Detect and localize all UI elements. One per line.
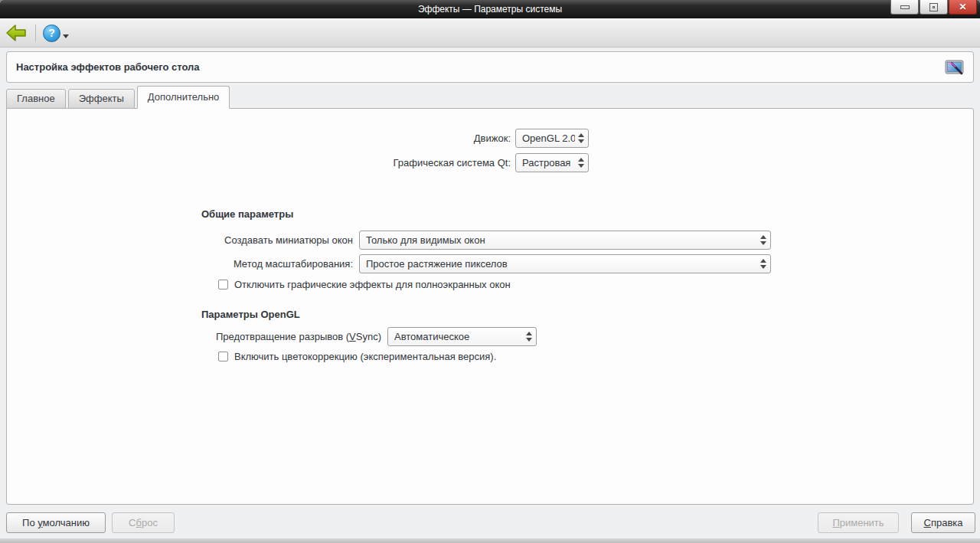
color-correction-checkbox-row[interactable]: Включить цветокоррекцию (экспериментальн…: [218, 351, 496, 362]
tab-bar: Главное Эффекты Дополнительно: [6, 86, 232, 109]
maximize-icon: [929, 3, 938, 11]
scaling-value: Простое растяжение пикселов: [360, 258, 757, 270]
checkbox-unchecked-icon[interactable]: [218, 352, 228, 361]
desktop-effects-icon: [944, 58, 965, 77]
tab-effects-label: Эффекты: [79, 93, 124, 104]
minimize-icon: [900, 5, 910, 9]
general-section-heading: Общие параметры: [201, 208, 293, 220]
vsync-combobox[interactable]: Автоматическое: [387, 327, 537, 346]
help-button-label: Справка: [924, 517, 963, 528]
spinner-arrows-icon: [575, 133, 587, 143]
fullscreen-effects-checkbox-label: Отключить графические эффекты для полноэ…: [234, 279, 511, 290]
tab-advanced[interactable]: Дополнительно: [137, 86, 230, 109]
engine-value: OpenGL 2.0: [516, 132, 575, 144]
vsync-label-mnemonic: V: [349, 331, 356, 342]
reset-button-label: Сброс: [129, 517, 158, 528]
page-title: Настройка эффектов рабочего стола: [16, 61, 200, 73]
back-arrow-icon: [5, 24, 28, 42]
tab-effects[interactable]: Эффекты: [68, 89, 135, 109]
vsync-label-pre: Предотвращение разрывов (: [216, 331, 349, 342]
spinner-arrows-icon: [757, 259, 769, 269]
thumbnails-label: Создавать миниатюры окон: [7, 231, 353, 250]
defaults-button-label: По умолчанию: [22, 517, 90, 528]
window-bottom-edge: [0, 538, 980, 543]
settings-window: Эффекты — Параметры системы ✕: [0, 0, 980, 543]
engine-combobox[interactable]: OpenGL 2.0: [515, 129, 589, 148]
spinner-arrows-icon: [575, 158, 587, 168]
qt-graphics-value: Растровая: [516, 157, 575, 168]
qt-graphics-label: Графическая система Qt:: [7, 153, 511, 172]
vsync-value: Автоматическое: [388, 331, 523, 342]
help-menu-button[interactable]: ?: [43, 24, 70, 42]
fullscreen-effects-checkbox-row[interactable]: Отключить графические эффекты для полноэ…: [218, 279, 511, 290]
minimize-button[interactable]: [890, 0, 919, 15]
help-button[interactable]: Справка: [911, 512, 975, 533]
apply-button-label: Применить: [832, 517, 884, 528]
engine-label: Движок:: [7, 129, 511, 148]
maximize-button[interactable]: [920, 0, 948, 15]
window-title: Эффекты — Параметры системы: [0, 0, 980, 18]
reset-button[interactable]: Сброс: [112, 512, 175, 533]
scaling-combobox[interactable]: Простое растяжение пикселов: [359, 254, 771, 273]
toolbar-separator: [35, 25, 36, 41]
tab-main-label: Главное: [17, 93, 55, 104]
thumbnails-value: Только для видимых окон: [360, 234, 757, 246]
color-correction-checkbox-label: Включить цветокоррекцию (экспериментальн…: [234, 351, 496, 362]
module-header: Настройка эффектов рабочего стола: [6, 51, 974, 83]
vsync-label-post: Sync): [356, 331, 381, 342]
chevron-down-icon: [63, 34, 69, 38]
opengl-section-heading: Параметры OpenGL: [201, 309, 300, 320]
help-icon: ?: [43, 25, 60, 42]
thumbnails-combobox[interactable]: Только для видимых окон: [359, 231, 771, 250]
spinner-arrows-icon: [523, 332, 535, 342]
spinner-arrows-icon: [757, 235, 769, 245]
close-icon: ✕: [959, 2, 966, 11]
apply-button[interactable]: Применить: [818, 512, 899, 533]
advanced-tab-panel: Движок: OpenGL 2.0 Графическая система Q…: [6, 108, 974, 505]
tab-main[interactable]: Главное: [6, 89, 66, 109]
scaling-label: Метод масштабирования:: [7, 254, 353, 273]
toolbar: ?: [0, 18, 980, 47]
back-button[interactable]: [5, 24, 28, 42]
qt-graphics-combobox[interactable]: Растровая: [515, 153, 589, 172]
defaults-button[interactable]: По умолчанию: [6, 512, 106, 533]
vsync-label: Предотвращение разрывов (VSync): [7, 327, 381, 346]
close-button[interactable]: ✕: [949, 0, 977, 15]
checkbox-unchecked-icon[interactable]: [218, 280, 228, 289]
titlebar: Эффекты — Параметры системы ✕: [0, 0, 980, 18]
tab-advanced-label: Дополнительно: [148, 91, 220, 103]
